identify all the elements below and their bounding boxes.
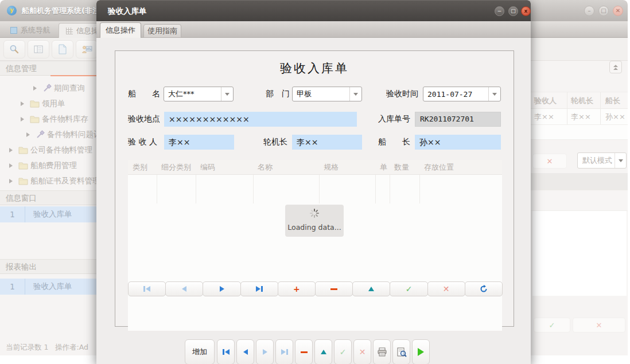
search-icon	[9, 44, 20, 54]
chevron-down-icon[interactable]	[488, 87, 500, 101]
captain-input[interactable]: 孙××	[415, 135, 501, 150]
loading-text: Loading data...	[285, 223, 344, 232]
first-record-button[interactable]	[128, 281, 166, 296]
post-record-button[interactable]: ✓	[390, 281, 427, 296]
post-record-button-bottom[interactable]: ✓	[334, 339, 352, 364]
list-view-button[interactable]	[28, 40, 49, 58]
accept-place-label: 验收地点	[128, 114, 160, 124]
col-name[interactable]: 名称	[253, 160, 319, 174]
delete-row-button[interactable]: ✕	[532, 154, 567, 169]
col-subcategory[interactable]: 细分类别	[157, 160, 196, 174]
tree-item-spare-problem-log[interactable]: 备件物料问题记	[26, 127, 102, 142]
col-category[interactable]: 类别	[128, 160, 157, 174]
user-report-icon	[81, 44, 92, 54]
modal-minimize-button[interactable]: −	[495, 6, 504, 16]
search-button[interactable]	[3, 40, 25, 58]
acceptor-input[interactable]: 李××	[164, 135, 234, 150]
document-button[interactable]	[52, 40, 73, 58]
app-logo-icon: y	[7, 6, 17, 15]
ship-name-select[interactable]: 大仁***	[164, 87, 234, 101]
tree-item-requisition[interactable]: 领用单	[21, 96, 65, 111]
tree-item-ship-cost-mgmt[interactable]: 船舶费用管理	[9, 158, 77, 173]
accept-time-label: 验收时间	[386, 89, 418, 99]
x-icon: ✕	[547, 157, 553, 166]
chevron-down-icon[interactable]	[349, 87, 361, 101]
tree-item-ship-cert-mgmt[interactable]: 船舶证书及资料管理	[9, 173, 100, 189]
expander-icon[interactable]	[9, 148, 13, 152]
department-select[interactable]: 甲板	[292, 87, 362, 101]
modal-close-button[interactable]: x	[521, 6, 531, 16]
refresh-button[interactable]	[465, 281, 503, 296]
col-spec[interactable]: 规格	[319, 160, 375, 174]
grid-header-row: 验收人 轮机长 船长	[531, 92, 628, 109]
tab-system-nav[interactable]: 系统导航	[3, 23, 57, 38]
col-location[interactable]: 存放位置	[419, 160, 502, 174]
chevron-down-icon[interactable]	[615, 153, 626, 168]
add-button[interactable]: 增加	[185, 339, 215, 364]
accept-place-input[interactable]: ××××××××××××	[164, 112, 357, 127]
check-icon: ✓	[406, 285, 413, 293]
main-minimize-button[interactable]: –	[584, 6, 594, 16]
main-window-title: 船舶机务管理系统(非注	[22, 6, 100, 16]
next-record-button-bottom[interactable]	[256, 339, 274, 364]
modal-bottom-toolbar: 增加 ✓ ✕	[96, 339, 531, 364]
tree-item-spare-stock[interactable]: 备件物料库存	[21, 111, 88, 127]
status-record-count: 当前记录数 1	[6, 343, 48, 353]
right-pane-band	[531, 173, 628, 190]
next-record-button[interactable]	[203, 281, 240, 296]
chief-engineer-input[interactable]: 李××	[292, 135, 362, 150]
delete-record-button-bottom[interactable]	[295, 339, 313, 364]
prior-record-button[interactable]	[165, 281, 203, 296]
list-view-icon	[33, 44, 44, 54]
edit-record-button[interactable]	[352, 281, 390, 296]
main-maximize-button[interactable]: □	[598, 6, 609, 16]
tab-info-operation[interactable]: 信息操作	[100, 22, 141, 38]
chevron-down-icon[interactable]	[221, 87, 233, 101]
grid-value-row[interactable]: 李×× 李×× 孙××	[531, 109, 628, 125]
insert-record-button[interactable]: +	[278, 281, 316, 296]
form-panel: 验收入库单 船 名 大仁*** 部 门 甲板 验收时间 2011-07-27 验…	[115, 50, 514, 327]
tab-user-guide[interactable]: 使用指南	[143, 24, 181, 38]
expander-icon[interactable]	[9, 179, 13, 183]
run-button[interactable]	[412, 339, 430, 364]
col-quantity[interactable]: 数量	[390, 160, 419, 174]
cell-acceptor: 李××	[531, 109, 567, 124]
edit-record-button-bottom[interactable]	[314, 339, 332, 364]
modal-tabbar: 信息操作 使用指南	[96, 21, 531, 38]
modal-maximize-button[interactable]: □	[508, 6, 518, 16]
print-button[interactable]	[373, 339, 391, 364]
preview-button[interactable]	[392, 339, 410, 364]
user-report-button[interactable]	[76, 40, 98, 58]
expander-icon[interactable]	[26, 132, 30, 137]
confirm-button[interactable]: ✓	[534, 318, 570, 332]
main-close-button[interactable]: ✕	[613, 6, 623, 16]
edit-icon	[321, 350, 326, 354]
cancel-record-button[interactable]: ✕	[427, 281, 465, 296]
expander-icon[interactable]	[9, 163, 13, 168]
acceptor-label: 验 收 人	[128, 137, 157, 147]
chief-engineer-label: 轮机长	[263, 137, 287, 147]
modal-titlebar[interactable]: 验收入库单 − □ x	[96, 0, 531, 21]
col-code[interactable]: 编码	[196, 160, 253, 174]
tree-item-company-spare-mgmt[interactable]: 公司备件物料管理	[9, 142, 92, 158]
last-record-button[interactable]	[240, 281, 278, 296]
prior-record-button-bottom[interactable]	[236, 339, 254, 364]
accept-time-select[interactable]: 2011-07-27	[423, 87, 501, 101]
grid-empty-row	[531, 125, 628, 140]
delete-record-button[interactable]	[315, 281, 353, 296]
expander-icon[interactable]	[21, 101, 24, 106]
cancel-button[interactable]: ✕	[573, 318, 625, 332]
tree-item-period-query[interactable]: 期间查询	[33, 80, 85, 96]
cancel-record-button-bottom[interactable]: ✕	[353, 339, 371, 364]
document-icon	[58, 44, 67, 54]
items-table-header: 类别 细分类别 编码 名称 规格 单 数量 存放位置	[128, 160, 502, 175]
col-unit[interactable]: 单	[375, 160, 390, 174]
last-record-button-bottom[interactable]	[275, 339, 293, 364]
collapse-panel-button[interactable]	[609, 61, 622, 73]
expander-icon[interactable]	[33, 86, 37, 91]
mode-select[interactable]: 默认模式	[577, 152, 627, 169]
right-pane-strip	[531, 190, 628, 211]
expander-icon[interactable]	[21, 117, 24, 122]
ship-name-label: 船 名	[128, 89, 160, 99]
first-record-button-bottom[interactable]	[217, 339, 235, 364]
